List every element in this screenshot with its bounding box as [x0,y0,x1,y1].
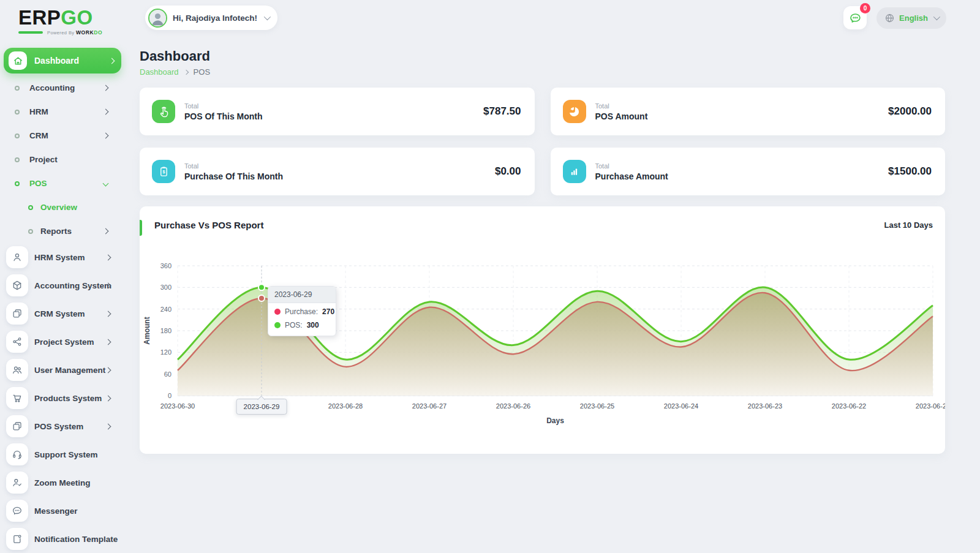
sidebar-item-label: HRM System [34,253,85,262]
report-title: Purchase Vs POS Report [154,220,263,230]
sidebar-item-label: HRM [29,107,48,116]
stat-value: $2000.00 [888,105,932,118]
sidebar-item-products-system[interactable]: Products System [0,384,130,412]
stat-value: $0.00 [495,165,521,178]
svg-text:180: 180 [160,327,172,334]
tap-icon [157,105,170,118]
powered-by-text: Powered By WORKDO [47,29,102,36]
stat-card-purchase-of-this-month: $ Total Purchase Of This Month $0.00 [140,148,535,195]
sidebar-item-label: Accounting System [34,281,111,290]
pie-icon [568,105,581,118]
sidebar-item-label: Messenger [34,506,78,516]
chevron-down-icon [103,181,109,187]
chevron-right-icon [105,339,111,345]
svg-text:2023-06-27: 2023-06-27 [412,402,447,410]
sidebar-item-zoom-meeting[interactable]: Zoom Meeting [0,468,130,497]
sidebar-item-hrm[interactable]: HRM [0,100,130,124]
sidebar-item-label: Reports [40,227,72,236]
sidebar-item-label: Project [29,155,58,164]
window-icon [12,308,23,319]
dot-icon [28,229,33,234]
stat-value: $1500.00 [888,165,932,178]
x-axis-tooltip: 2023-06-29 [236,399,287,415]
dot-icon [15,134,20,138]
purchase-marker [258,295,265,301]
breadcrumb-dashboard-link[interactable]: Dashboard [140,67,179,77]
stat-kicker: Total [595,102,648,110]
chart-tooltip: 2023-06-29 Purchase:270 POS:300 [268,286,336,336]
dot-icon [15,110,20,115]
share-icon [12,336,23,347]
sidebar-item-label: Dashboard [34,56,102,66]
stat-label: POS Of This Month [184,111,263,121]
tooltip-row: POS:300 [268,317,336,336]
sidebar-item-notification-template[interactable]: Notification Template [0,525,130,553]
cube-icon [12,280,23,291]
sidebar-item-project[interactable]: Project [0,148,130,171]
chevron-right-icon [105,310,111,317]
sidebar-item-label: Project System [34,337,94,347]
svg-text:2023-06-26: 2023-06-26 [496,402,530,410]
dot-icon [15,157,20,162]
sidebar-item-label: Support System [34,450,98,459]
sidebar-item-overview[interactable]: Overview [0,195,130,219]
sidebar-item-label: Accounting [29,83,75,92]
sidebar-item-label: Zoom Meeting [34,478,91,487]
chat-icon [12,505,23,516]
invoice-dollar-icon: $ [157,165,170,178]
bar-chart-icon [568,165,581,178]
svg-text:2023-06-22: 2023-06-22 [832,402,866,410]
stat-kicker: Total [184,102,263,110]
chevron-right-icon [183,69,188,74]
sidebar-item-label: POS [29,179,47,188]
headset-icon [12,449,23,460]
home-icon [13,56,23,66]
svg-text:360: 360 [160,262,172,269]
report-card: Purchase Vs POS Report Last 10 Days 0601… [140,206,945,454]
main-content: Dashboard Dashboard POS Total POS Of Thi… [140,0,945,454]
svg-text:Amount: Amount [143,317,151,344]
sidebar-item-hrm-system[interactable]: HRM System [0,243,130,271]
chevron-right-icon [103,109,109,115]
user-icon [12,252,23,263]
users-icon [12,364,23,375]
sidebar-nav: Dashboard Accounting HRM CRM Project POS… [0,46,130,553]
svg-text:2023-06-23: 2023-06-23 [748,402,782,410]
sidebar-item-pos-system[interactable]: POS System [0,412,130,440]
purchase-vs-pos-chart[interactable]: 0601201802403003602023-06-302023-06-2820… [140,252,945,436]
pos-marker [258,284,265,290]
stat-card-purchase-amount: Total Purchase Amount $1500.00 [551,148,946,195]
chevron-right-icon [105,254,111,260]
sidebar-item-accounting[interactable]: Accounting [0,76,130,100]
tooltip-date: 2023-06-29 [268,287,336,303]
notification-window-icon [12,533,23,544]
stat-label: POS Amount [595,111,648,121]
report-range-label: Last 10 Days [884,220,933,230]
stat-value: $787.50 [483,105,521,118]
chevron-right-icon [103,133,109,139]
svg-text:2023-06-24: 2023-06-24 [664,402,698,410]
sidebar-item-messenger[interactable]: Messenger [0,497,130,525]
sidebar-item-pos[interactable]: POS [0,171,130,195]
sidebar-item-reports[interactable]: Reports [0,219,130,243]
sidebar-item-support-system[interactable]: Support System [0,440,130,468]
svg-text:Days: Days [546,416,564,425]
sidebar-item-user-management[interactable]: User Management [0,356,130,384]
sidebar-item-label: Overview [40,203,77,212]
svg-text:240: 240 [160,306,172,313]
sidebar-item-label: CRM System [34,309,85,318]
dot-icon [28,205,33,210]
sidebar-item-project-system[interactable]: Project System [0,328,130,356]
sidebar-item-label: Products System [34,394,102,403]
svg-text:300: 300 [160,284,172,291]
app-logo[interactable]: ERPGO Powered By WORKDO [18,7,123,36]
sidebar-item-label: Notification Template [34,535,118,544]
sidebar-item-crm-system[interactable]: CRM System [0,299,130,328]
chevron-right-icon [103,85,109,91]
sidebar-item-dashboard[interactable]: Dashboard [4,48,121,73]
svg-text:120: 120 [160,348,172,356]
sidebar-item-accounting-system[interactable]: Accounting System [0,271,130,299]
sidebar-item-crm[interactable]: CRM [0,124,130,148]
sidebar-item-label: CRM [29,131,48,140]
chevron-right-icon [105,395,111,401]
